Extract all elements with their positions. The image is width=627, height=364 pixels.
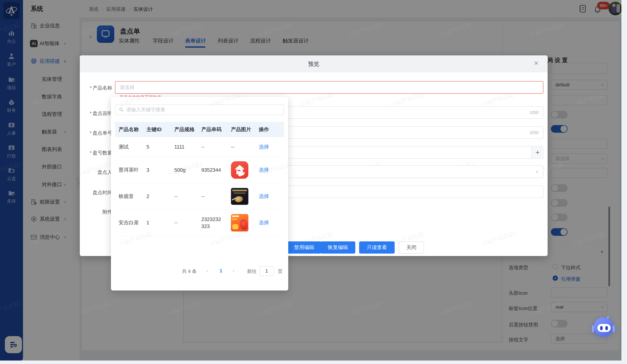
product-table: 产品名称主键ID产品规格产品串码产品图片操作测试51111----选择普洱茶叶3… xyxy=(115,122,284,236)
search-icon xyxy=(119,107,124,112)
product-image[interactable] xyxy=(231,188,248,205)
product-select-dropdown: 小寇(产品总监)小寇(产品总监)小寇(产品总监)小寇(产品总监)小寇(产品总监)… xyxy=(111,97,288,291)
disable-edit-button[interactable]: 禁用编辑 xyxy=(287,241,321,254)
search-input[interactable]: 请输入关键字搜索 xyxy=(115,104,284,115)
table-cell: 9352344 xyxy=(201,157,221,183)
table-cell: 普洱茶叶 xyxy=(119,157,139,183)
column-header: 操作 xyxy=(259,122,269,137)
product-image[interactable] xyxy=(231,161,248,179)
column-header: 产品图片 xyxy=(231,122,251,137)
select-row-link[interactable]: 选择 xyxy=(259,210,269,236)
table-row: 安吉白茶1--2323232323选择 xyxy=(115,210,284,236)
field-label: 附件 xyxy=(80,209,112,215)
table-cell: 安吉白茶 xyxy=(119,210,139,236)
field-label: 盘点人 xyxy=(80,169,112,176)
table-row: 普洱茶叶3500g9352344选择 xyxy=(115,157,284,183)
table-cell: 5 xyxy=(147,137,149,157)
field-label: *盘点说明 xyxy=(80,110,112,117)
page-scrollbar-gutter[interactable] xyxy=(0,361,627,364)
goto-page-input[interactable] xyxy=(259,266,274,276)
table-cell xyxy=(231,183,248,209)
product-image[interactable] xyxy=(231,214,248,231)
page-scrollbar-gutter[interactable] xyxy=(622,0,627,364)
select-row-link[interactable]: 选择 xyxy=(259,183,269,209)
column-header: 产品规格 xyxy=(174,122,195,137)
table-header-row: 产品名称主键ID产品规格产品串码产品图片操作 xyxy=(115,122,284,137)
table-cell: 1 xyxy=(147,210,149,236)
table-cell: 测试 xyxy=(119,137,129,157)
column-header: 产品串码 xyxy=(201,122,221,137)
table-cell xyxy=(231,210,248,236)
table-cell xyxy=(231,157,248,183)
field-error-hint: 产品名称的值不能为空 xyxy=(119,94,161,97)
page-unit: 页 xyxy=(278,268,282,274)
table-cell: -- xyxy=(231,137,234,157)
pagination-total: 共 4 条 xyxy=(182,268,197,274)
readonly-view-button[interactable]: 只读查看 xyxy=(359,241,395,254)
goto-label: 前往 xyxy=(247,268,257,274)
product-name-select[interactable]: 请选择 xyxy=(115,81,543,94)
search-placeholder: 请输入关键字搜索 xyxy=(126,106,165,113)
next-page-icon[interactable]: › xyxy=(233,268,234,274)
field-label: *盘点单号 xyxy=(80,130,112,136)
table-cell: 2 xyxy=(147,183,149,209)
table-cell: 1111 xyxy=(174,137,184,157)
chevron-down-icon: ∨ xyxy=(535,170,538,174)
select-row-link[interactable]: 选择 xyxy=(259,137,269,157)
select-row-link[interactable]: 选择 xyxy=(259,157,269,183)
table-row: 测试51111----选择 xyxy=(115,137,284,157)
table-row: 铁观音2----选择 xyxy=(115,183,284,210)
modal-title: 预览 xyxy=(80,60,548,68)
field-label: 盘点时间 xyxy=(80,189,112,196)
close-button[interactable]: 关闭 xyxy=(399,241,424,254)
app-root: 办公客户项目¥财务人事行政云盘库存 系统 企业信息AiAI智能体∨应用搭建∧实体… xyxy=(0,0,627,364)
close-icon[interactable]: × xyxy=(534,59,538,67)
prev-page-icon[interactable]: ‹ xyxy=(207,268,208,274)
table-cell: -- xyxy=(201,137,205,157)
table-cell: -- xyxy=(174,210,178,236)
column-header: 主键ID xyxy=(147,122,162,137)
field-label: *产品名称 xyxy=(80,85,112,91)
pagination: 共 4 条 ‹ 1 › 前往 页 xyxy=(111,262,288,283)
table-cell: 2323232323 xyxy=(201,210,224,236)
stepper-plus-button[interactable]: + xyxy=(531,147,544,158)
table-cell: -- xyxy=(201,183,205,209)
page-number[interactable]: 1 xyxy=(220,268,222,274)
table-cell: 3 xyxy=(147,157,149,183)
column-header: 产品名称 xyxy=(119,122,139,137)
field-label: *盈亏数量 xyxy=(80,150,112,156)
restore-edit-button[interactable]: 恢复编辑 xyxy=(320,241,355,254)
table-cell: 500g xyxy=(174,157,186,183)
assistant-robot-icon[interactable] xyxy=(593,316,614,337)
table-cell: -- xyxy=(174,183,178,209)
table-cell: 铁观音 xyxy=(119,183,134,209)
